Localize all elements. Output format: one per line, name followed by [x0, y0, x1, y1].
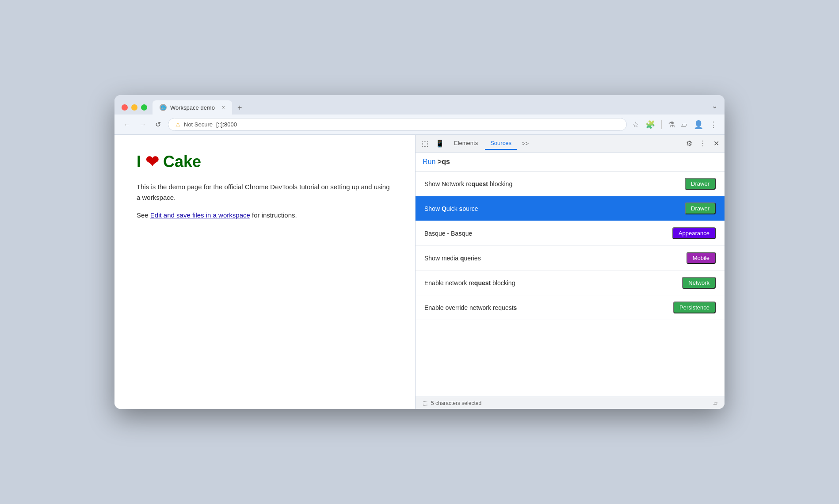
devtools-toolbar-right: ⚙ ⋮ ✕: [684, 137, 721, 149]
address-bar: ← → ↺ ⚠ Not Secure [::]:8000 ☆ 🧩 ⚗ ▱ 👤 ⋮: [114, 115, 725, 135]
mobile-badge[interactable]: Mobile: [686, 252, 716, 264]
command-item-network-blocking[interactable]: Show Network request blocking Drawer: [416, 172, 725, 196]
devtools-toolbar: ⬚ 📱 Elements Sources >> ⚙ ⋮ ✕: [416, 135, 725, 153]
address-input[interactable]: ⚠ Not Secure [::]:8000: [168, 118, 627, 131]
more-options-icon[interactable]: ⋮: [698, 137, 708, 149]
command-item-quick-source[interactable]: Show Quick source Drawer: [416, 196, 725, 221]
command-results: Show Network request blocking Drawer Sho…: [416, 172, 725, 397]
tab-elements[interactable]: Elements: [449, 137, 483, 150]
body-for-text: for instructions.: [250, 211, 297, 219]
tab-sources[interactable]: Sources: [485, 137, 517, 150]
new-tab-button[interactable]: +: [234, 102, 246, 115]
page-body: This is the demo page for the official C…: [137, 182, 393, 221]
page-heading: I ❤ Cake: [137, 153, 393, 171]
profile-icon[interactable]: 👤: [694, 120, 703, 130]
main-area: I ❤ Cake This is the demo page for the o…: [114, 135, 725, 409]
workspace-link[interactable]: Edit and save files in a workspace: [150, 211, 250, 219]
maximize-button[interactable]: [141, 104, 147, 111]
back-button[interactable]: ←: [122, 119, 132, 130]
heart-emoji: ❤: [145, 153, 159, 171]
window-menu-button[interactable]: ⌄: [712, 102, 717, 114]
command-item-basque[interactable]: Basque - Basque Appearance: [416, 221, 725, 246]
inspect-element-icon[interactable]: ⬚: [419, 137, 431, 150]
drawer-badge-1[interactable]: Drawer: [685, 178, 716, 190]
status-cursor-icon: ⬚: [423, 400, 427, 406]
command-item-override-network[interactable]: Enable override network requests Persist…: [416, 295, 725, 320]
extension-icon[interactable]: 🧩: [645, 120, 655, 130]
run-label: Run: [423, 158, 435, 165]
persistence-badge[interactable]: Persistence: [673, 302, 716, 313]
devtools-status: ⬚ 5 characters selected ▱: [416, 397, 725, 409]
body-paragraph-2: See Edit and save files in a workspace f…: [137, 210, 393, 221]
menu-icon[interactable]: ⋮: [709, 120, 717, 130]
command-item-text-5: Enable network request blocking: [424, 279, 515, 286]
command-palette: Run >qs: [416, 153, 725, 172]
tab-globe-icon: 🌐: [160, 104, 167, 111]
tab-bar: 🌐 Workspace demo × +: [153, 100, 706, 115]
run-query: >qs: [438, 158, 450, 165]
minimize-button[interactable]: [131, 104, 137, 111]
warning-icon: ⚠: [175, 122, 180, 128]
drawer-badge-2[interactable]: Drawer: [685, 202, 716, 214]
heading-cake: Cake: [163, 153, 201, 171]
device-toggle-icon[interactable]: 📱: [433, 137, 447, 150]
forward-button[interactable]: →: [137, 119, 148, 130]
status-expand-icon[interactable]: ▱: [713, 400, 717, 406]
command-item-enable-network[interactable]: Enable network request blocking Network: [416, 271, 725, 295]
command-item-text-2: Show Quick source: [424, 205, 478, 212]
reload-button[interactable]: ↺: [153, 118, 163, 130]
status-text: 5 characters selected: [431, 400, 481, 406]
appearance-badge[interactable]: Appearance: [672, 227, 716, 239]
command-run-display: Run >qs: [423, 158, 717, 166]
network-badge[interactable]: Network: [682, 277, 716, 289]
lab-icon[interactable]: ⚗: [668, 120, 675, 130]
traffic-lights: [122, 104, 147, 111]
body-paragraph-1: This is the demo page for the official C…: [137, 182, 393, 203]
command-item-text-3: Basque - Basque: [424, 230, 472, 237]
settings-icon[interactable]: ⚙: [684, 137, 694, 149]
tab-title: Workspace demo: [170, 104, 215, 111]
close-devtools-icon[interactable]: ✕: [712, 137, 721, 149]
address-actions: ☆ 🧩 ⚗ ▱ 👤 ⋮: [632, 120, 717, 130]
body-see-text: See: [137, 211, 150, 219]
command-item-text-4: Show media queries: [424, 255, 481, 262]
url-display: [::]:8000: [216, 121, 237, 128]
command-item-text-6: Enable override network requests: [424, 304, 517, 311]
tab-more-button[interactable]: >>: [519, 137, 532, 149]
bookmark-icon[interactable]: ☆: [632, 120, 639, 130]
command-item-media-queries[interactable]: Show media queries Mobile: [416, 246, 725, 271]
close-button[interactable]: [122, 104, 128, 111]
split-view-icon[interactable]: ▱: [681, 120, 687, 130]
command-item-text-1: Show Network request blocking: [424, 180, 512, 187]
title-bar: 🌐 Workspace demo × + ⌄: [114, 95, 725, 115]
page-content: I ❤ Cake This is the demo page for the o…: [114, 135, 415, 409]
tab-close-button[interactable]: ×: [222, 104, 225, 111]
divider: [661, 120, 662, 129]
browser-window: 🌐 Workspace demo × + ⌄ ← → ↺ ⚠ Not Secur…: [114, 95, 725, 409]
active-tab[interactable]: 🌐 Workspace demo ×: [153, 100, 232, 115]
not-secure-label: Not Secure: [184, 121, 213, 128]
heading-i: I: [137, 153, 141, 171]
devtools-panel: ⬚ 📱 Elements Sources >> ⚙ ⋮ ✕ Run >qs: [415, 135, 725, 409]
